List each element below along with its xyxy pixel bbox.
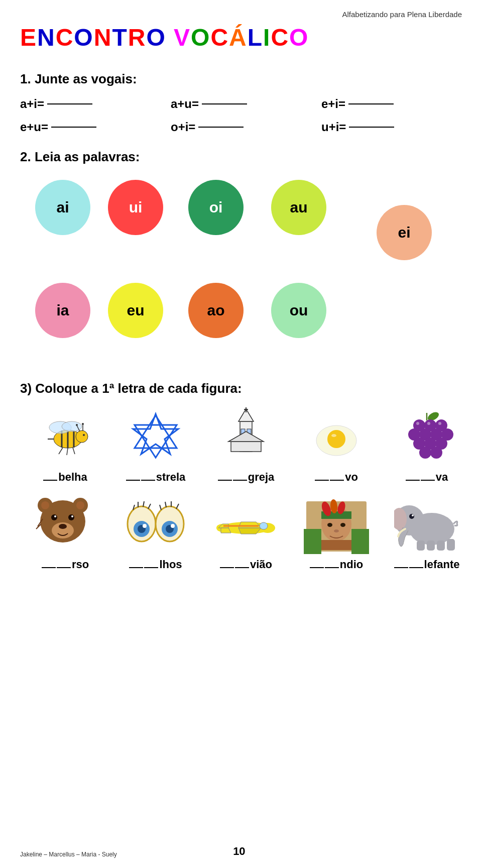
svg-line-69 [148, 504, 151, 509]
svg-point-94 [340, 523, 345, 527]
svg-point-44 [419, 447, 431, 459]
svg-point-46 [416, 422, 419, 425]
section1-title: 1. Junte as vogais: [20, 71, 462, 87]
word-elefante: lefante [394, 558, 460, 571]
svg-point-103 [412, 514, 414, 516]
svg-point-11 [76, 424, 78, 426]
svg-rect-107 [447, 539, 455, 551]
word-abelha: belha [43, 471, 87, 484]
svg-point-93 [327, 523, 332, 527]
svg-point-59 [71, 515, 73, 517]
svg-point-53 [76, 501, 84, 509]
section1: 1. Junte as vogais: a+i= a+u= e+i= e+u= … [20, 71, 462, 134]
svg-line-77 [176, 504, 179, 509]
svg-point-57 [68, 514, 74, 520]
circle-eu: eu [108, 283, 163, 338]
svg-point-56 [51, 514, 57, 520]
item-aviao: vião [206, 494, 286, 571]
eq-au-line [202, 103, 247, 104]
eq-ei: e+i= [321, 97, 462, 111]
svg-line-16 [73, 448, 75, 454]
eq-ai: a+i= [20, 97, 161, 111]
elephant-image [394, 494, 459, 554]
word-igreja: greja [218, 471, 275, 484]
eq-oi-text: o+i= [171, 120, 195, 134]
blank-estrela [126, 480, 140, 481]
svg-line-14 [59, 448, 63, 454]
eq-ui-line [349, 127, 394, 128]
circle-oi: oi [188, 180, 244, 235]
item-ovo: vo [296, 406, 377, 484]
blank-ovo [315, 480, 329, 481]
blank-indio [310, 567, 324, 568]
item-olhos: lhos [115, 494, 196, 571]
word-urso: rso [42, 558, 89, 571]
eyes-image [123, 494, 188, 554]
section3-title: 3) Coloque a 1ª letra de cada figura: [20, 381, 462, 396]
grapes-image [394, 406, 459, 467]
svg-point-102 [409, 514, 414, 519]
blank-uva [406, 480, 420, 481]
item-elefante: lefante [387, 494, 467, 571]
vowel-row-2: e+u= o+i= u+i= [20, 120, 462, 134]
svg-point-30 [327, 430, 345, 448]
eq-au-text: a+u= [171, 97, 199, 111]
footer: Jakeline – Marcellus – Maria - Suely 10 [20, 845, 462, 858]
svg-rect-105 [427, 540, 435, 551]
svg-rect-98 [351, 529, 369, 554]
footer-page: 10 [117, 845, 362, 858]
blank-olhos [129, 567, 143, 568]
eq-oi-line [198, 127, 244, 128]
bee-image [33, 406, 98, 467]
item-estrela: strela [115, 406, 196, 484]
vowel-row-1: a+i= a+u= e+i= [20, 97, 462, 111]
item-abelha: belha [25, 406, 105, 484]
eq-eu: e+u= [20, 120, 161, 134]
item-urso: rso [25, 494, 105, 571]
egg-image [304, 406, 369, 467]
svg-point-65 [143, 524, 147, 528]
page-title: ENCONTRO VOCÁLICO [20, 24, 462, 51]
svg-point-95 [334, 529, 339, 532]
bear-image [33, 494, 98, 554]
church-image [213, 406, 279, 467]
svg-line-15 [67, 448, 68, 455]
blank-urso [42, 567, 56, 568]
word-indio: ndio [310, 558, 363, 571]
blank-elefante [394, 567, 408, 568]
header-subtitle: Alfabetizando para Plena Liberdade [20, 10, 462, 19]
item-uva: va [387, 406, 467, 484]
eq-eu-line [51, 127, 96, 128]
svg-point-58 [54, 515, 56, 517]
word-estrela: strela [126, 471, 186, 484]
svg-point-73 [171, 524, 175, 528]
eq-ai-line [47, 103, 92, 104]
indian-image [304, 499, 369, 554]
svg-rect-106 [437, 540, 445, 551]
circle-ao: ao [188, 283, 244, 338]
eq-ei-text: e+i= [321, 97, 345, 111]
svg-point-52 [41, 501, 49, 509]
circle-ei: ei [377, 205, 432, 260]
item-igreja: greja [206, 406, 286, 484]
svg-rect-27 [231, 442, 261, 452]
section2: 2. Leia as palavras: ai ui oi au ei ia e… [20, 149, 462, 366]
svg-point-55 [59, 524, 67, 529]
svg-rect-97 [304, 529, 321, 554]
item-indio: ndio [296, 499, 377, 571]
svg-rect-96 [321, 540, 351, 550]
circle-ai: ai [35, 180, 90, 235]
blank-abelha [43, 480, 57, 481]
eq-ui: u+i= [321, 120, 462, 134]
eq-ui-text: u+i= [321, 120, 346, 134]
images-row-1: belha strela [20, 406, 472, 484]
plane-image [213, 494, 279, 554]
svg-point-85 [260, 522, 268, 529]
eq-ai-text: a+i= [20, 97, 44, 111]
svg-point-45 [430, 447, 442, 459]
svg-point-47 [427, 422, 430, 425]
images-row-2: rso [20, 494, 472, 571]
eq-eu-text: e+u= [20, 120, 48, 134]
footer-authors: Jakeline – Marcellus – Maria - Suely [20, 851, 117, 858]
eq-ei-line [348, 103, 394, 104]
